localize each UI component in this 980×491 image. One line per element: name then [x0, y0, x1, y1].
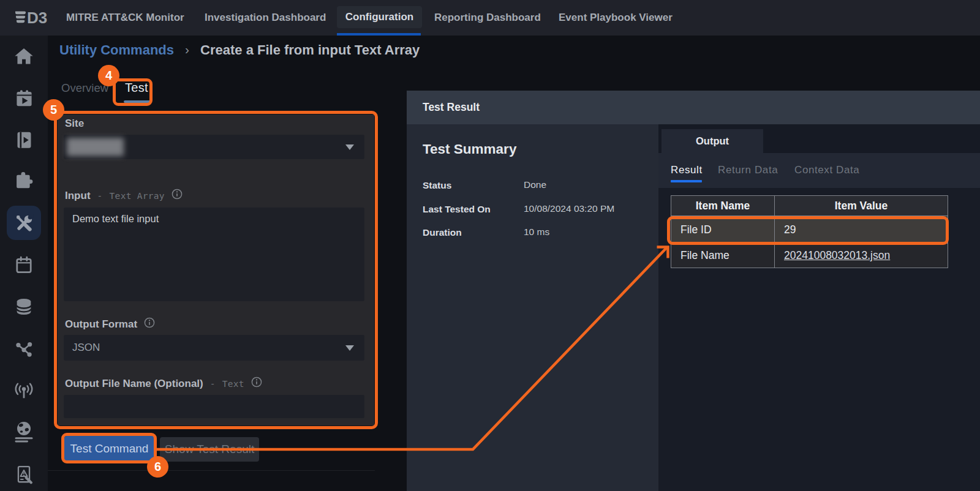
sidebar-item-home[interactable] [7, 39, 41, 73]
item-name-header: Item Name [671, 196, 775, 216]
sidebar-item-schedule[interactable] [7, 248, 41, 282]
nav-item-configuration[interactable]: Configuration [337, 6, 422, 28]
puzzle-icon [13, 171, 34, 192]
site-value-redacted [67, 138, 124, 156]
item-value-header: Item Value [775, 196, 948, 216]
file-name-name-cell: File Name [671, 244, 775, 268]
status-label: Status [423, 180, 451, 191]
nav-item-event-playbook-viewer[interactable]: Event Playbook Viewer [559, 0, 673, 36]
incident-report-icon [14, 465, 34, 484]
show-test-result-button[interactable]: Show Test Result [160, 437, 259, 462]
output-section: Output Result Return Data Context Data I… [658, 124, 980, 491]
test-parameters-form: Site Input - Text Array Demo text file i… [58, 114, 374, 425]
svg-text:D3: D3 [27, 9, 47, 27]
output-format-value: JSON [72, 342, 100, 353]
result-table-zone: Item Name Item Value File ID 29 File Nam… [658, 188, 980, 491]
calendar-play-icon [14, 88, 34, 108]
globe-icon [13, 421, 34, 443]
share-nodes-icon [14, 339, 34, 359]
nav-item-investigation-dashboard[interactable]: Investigation Dashboard [205, 0, 326, 36]
file-name-value-cell: 20241008032013.json [775, 244, 948, 268]
test-result-header: Test Result [407, 91, 980, 124]
info-icon[interactable] [172, 189, 183, 203]
last-tested-on-label: Last Tested On [423, 204, 491, 215]
app-root: D3 MITRE ATT&CK Monitor Investigation Da… [0, 0, 980, 491]
output-subtabs: Result Return Data Context Data [658, 153, 980, 188]
site-label: Site [65, 118, 84, 130]
tab-test[interactable]: Test [125, 81, 148, 95]
sidebar-item-data-management[interactable] [7, 290, 41, 324]
page-title: Create a File from input Text Array [200, 42, 420, 58]
output-file-name-label: Output File Name (Optional) [65, 378, 203, 390]
table-header-row: Item Name Item Value [671, 196, 948, 216]
breadcrumb-separator-icon: › [185, 42, 189, 57]
input-textarea[interactable]: Demo text file input [64, 208, 364, 301]
output-file-name-separator: - [210, 379, 216, 389]
sidebar [0, 36, 48, 491]
subtab-context-data[interactable]: Context Data [794, 164, 859, 176]
output-format-label: Output Format [65, 318, 137, 331]
sidebar-item-incident-forms[interactable] [7, 457, 41, 491]
broadcast-icon [14, 381, 34, 400]
breadcrumb: Utility Commands › Create a File from in… [59, 42, 420, 58]
divider [47, 470, 375, 471]
status-value: Done [524, 179, 546, 190]
d3-logo-icon[interactable]: D3 [14, 8, 48, 30]
tab-output[interactable]: Output [662, 129, 763, 153]
info-icon[interactable] [251, 377, 262, 391]
top-navbar: D3 MITRE ATT&CK Monitor Investigation Da… [0, 0, 980, 36]
duration-label: Duration [423, 227, 462, 238]
annotation-badge-6: 6 [147, 456, 168, 478]
last-tested-on-value: 10/08/2024 03:20 PM [524, 203, 614, 214]
database-icon [13, 296, 34, 317]
chevron-down-icon [345, 345, 354, 351]
file-id-name-cell: File ID [671, 216, 775, 244]
sidebar-item-integrations[interactable] [7, 164, 41, 198]
test-result-title: Test Result [423, 101, 480, 113]
sidebar-item-connections[interactable] [7, 332, 41, 366]
file-id-value-cell: 29 [775, 216, 948, 244]
active-tab-underline [124, 100, 151, 103]
input-label: Input [65, 190, 91, 202]
tools-icon [14, 213, 34, 233]
result-table: Item Name Item Value File ID 29 File Nam… [671, 195, 948, 268]
calendar-icon [14, 255, 34, 275]
active-nav-underline [337, 33, 421, 36]
sidebar-item-utility-commands[interactable] [7, 206, 41, 240]
annotation-badge-4: 4 [98, 65, 119, 86]
input-separator: - [97, 191, 103, 201]
file-name-link[interactable]: 20241008032013.json [784, 249, 890, 261]
test-summary-title: Test Summary [423, 141, 516, 157]
output-format-select[interactable]: JSON [64, 335, 364, 361]
nav-item-mitre-attck-monitor[interactable]: MITRE ATT&CK Monitor [66, 0, 184, 36]
subtab-return-data[interactable]: Return Data [718, 164, 778, 176]
nav-item-reporting-dashboard[interactable]: Reporting Dashboard [434, 0, 541, 36]
output-file-name-type-label: Text [222, 379, 244, 389]
table-row-file-name: File Name 20241008032013.json [671, 244, 948, 268]
test-result-panel: Test Result Test Summary Status Done Las… [407, 91, 980, 491]
sidebar-item-playbook-calendar[interactable] [7, 81, 41, 115]
input-type-label: Text Array [110, 191, 165, 201]
book-play-icon [14, 130, 34, 150]
output-file-name-input[interactable] [64, 395, 364, 418]
home-icon [13, 46, 34, 67]
sidebar-item-broadcast[interactable] [7, 373, 41, 408]
chevron-down-icon [345, 144, 354, 150]
annotation-badge-5: 5 [43, 99, 64, 121]
info-icon[interactable] [144, 317, 155, 331]
active-subtab-underline [671, 180, 702, 182]
test-command-button[interactable]: Test Command [64, 436, 154, 461]
sidebar-item-playbook-runner[interactable] [7, 122, 41, 157]
site-select[interactable] [64, 135, 364, 159]
table-row-file-id: File ID 29 [671, 216, 948, 244]
sidebar-item-sites[interactable] [7, 415, 41, 449]
breadcrumb-utility-commands-link[interactable]: Utility Commands [59, 42, 174, 58]
duration-value: 10 ms [524, 227, 549, 238]
subtab-result[interactable]: Result [671, 164, 703, 176]
